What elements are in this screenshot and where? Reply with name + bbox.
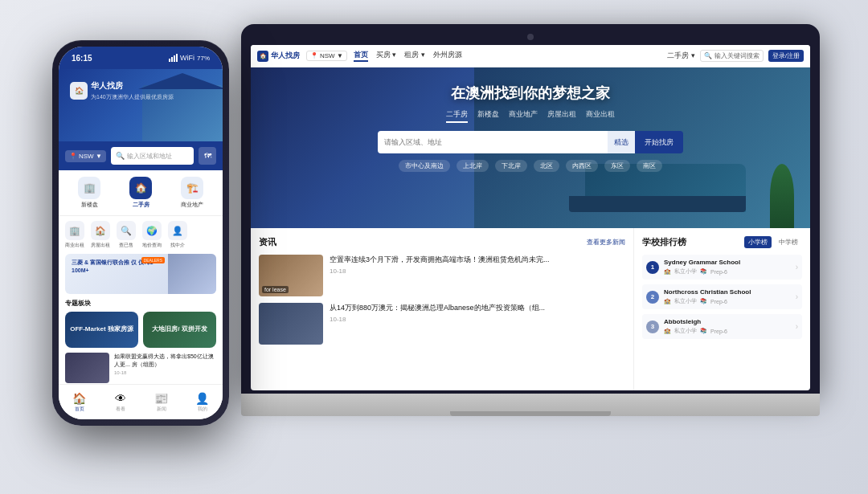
phone-special-0[interactable]: OFF-Market 独家房源	[65, 312, 138, 348]
quick-link-6[interactable]: 南区	[637, 160, 662, 172]
school-tab-1[interactable]: 中学榜	[775, 236, 802, 248]
school-name-1: Northcross Christian School	[664, 288, 791, 296]
hero-tab-3[interactable]: 房屋出租	[547, 109, 576, 123]
phone-cat-commercial[interactable]: 🏗️ 商业地产	[168, 177, 216, 209]
phone-cat-new[interactable]: 🏢 新楼盘	[65, 177, 113, 209]
phone-nav-news[interactable]: 📰 新闻	[141, 392, 182, 413]
hero-tab-1[interactable]: 新楼盘	[477, 109, 499, 123]
nav-location[interactable]: 📍 NSW ▼	[306, 51, 347, 61]
news-title-0: 空置率连续3个月下滑，开发商拥抱高端市场！澳洲租赁危机尚未完...	[330, 255, 625, 265]
phone-device: 16:15 WiFi 77% 🏠	[52, 40, 229, 426]
phone-subcat-2-label: 查已售	[119, 242, 133, 249]
phone-news-item-0[interactable]: 如果联盟党赢得大选，将拿出$50亿让澳人更... 房（组图） 10-18	[65, 353, 216, 383]
school-type-icon: 🏫	[664, 267, 671, 276]
hero-tab-0[interactable]: 二手房	[446, 109, 468, 123]
phone-specials-grid: OFF-Market 独家房源 大地旧房/ 双拼开发	[65, 312, 216, 348]
school-tab-0[interactable]: 小学榜	[744, 236, 772, 248]
hero-tab-2[interactable]: 商业地产	[509, 109, 538, 123]
news-more[interactable]: 查看更多新闻	[587, 238, 625, 247]
phone-nav-home[interactable]: 🏠 首页	[59, 392, 100, 413]
phone-subcat-0[interactable]: 🏢 商业出租	[65, 221, 84, 249]
phone-search-bar: 📍 NSW ▼ 🔍 输入区域和地址 🗺	[59, 141, 223, 170]
news-text-0: 空置率连续3个月下滑，开发商拥抱高端市场！澳洲租赁危机尚未完... 10-18	[330, 255, 625, 275]
quick-link-2[interactable]: 下北岸	[495, 160, 527, 172]
phone-hero-banner: 🏠 华人找房 为140万澳洲华人提供最优质房源	[59, 69, 223, 141]
nav-logo-text: 华人找房	[271, 51, 300, 61]
hero-search-btn[interactable]: 开始找房	[635, 131, 683, 153]
school-type1-2: 私立小学	[674, 327, 697, 335]
school-info-1: Northcross Christian School 🏫 私立小学 📚 Pre…	[664, 288, 791, 305]
school-header: 学校排行榜 小学榜 中学榜	[642, 236, 802, 248]
school-item-2[interactable]: 3 Abbotsleigh 🏫 私立小学 📚 Prep-6	[642, 314, 802, 339]
phone-outer: 16:15 WiFi 77% 🏠	[52, 40, 229, 426]
hero-search-input[interactable]	[378, 131, 608, 153]
phone-subcat-3-label: 地价查询	[142, 242, 162, 249]
news-image-1	[259, 303, 323, 345]
quick-link-1[interactable]: 上北岸	[457, 160, 489, 172]
phone-search-input[interactable]: 🔍 输入区域和地址	[111, 147, 194, 165]
quick-link-3[interactable]: 北区	[534, 160, 559, 172]
phone-subcat-1[interactable]: 🏠 房屋出租	[91, 221, 110, 249]
phone-news-title-0: 如果联盟党赢得大选，将拿出$50亿让澳人更... 房（组图）	[114, 353, 216, 369]
nav-link-buy[interactable]: 买房 ▾	[376, 50, 397, 62]
school-title: 学校排行榜	[642, 236, 686, 248]
school-item-0[interactable]: 1 Sydney Grammar School 🏫 私立小学 📚 Prep-6	[642, 255, 802, 280]
school-list: 1 Sydney Grammar School 🏫 私立小学 📚 Prep-6	[642, 255, 802, 339]
hero-plant	[770, 164, 794, 228]
news-img-label: for lease	[262, 286, 289, 293]
phone-map-btn[interactable]: 🗺	[199, 147, 216, 165]
phone-app-icon: 🏠	[70, 82, 88, 100]
laptop-screen-outer: 🏠 华人找房 📍 NSW ▼ 首页 买房 ▾ 租房 ▾ 外州房源 二手房	[241, 24, 820, 394]
phone-nav-browse-icon: 👁	[115, 392, 126, 405]
nav-search-box[interactable]: 🔍 输入关键词搜索	[700, 50, 764, 62]
phone-subcat-4[interactable]: 👤 找中介	[168, 221, 187, 249]
school-type1-0: 私立小学	[674, 267, 697, 276]
phone-nav-browse[interactable]: 👁 看看	[100, 392, 141, 413]
phone-ad-badge: DEALERS	[141, 257, 165, 263]
quick-link-4[interactable]: 内西区	[566, 160, 598, 172]
phone-specials: 专题板块 OFF-Market 独家房源 大地旧房/ 双拼开发	[59, 299, 223, 353]
school-type2-0: Prep-6	[710, 267, 727, 276]
nav-link-rent[interactable]: 租房 ▾	[404, 50, 425, 62]
phone-subcat-0-label: 商业出租	[65, 242, 84, 249]
hero-title: 在澳洲找到你的梦想之家	[251, 67, 810, 103]
school-item-1[interactable]: 2 Northcross Christian School 🏫 私立小学 📚 P…	[642, 284, 802, 309]
phone-cat-used-label: 二手房	[133, 201, 149, 209]
quick-link-5[interactable]: 东区	[604, 160, 630, 172]
search-icon: 🔍	[704, 52, 712, 59]
phone-app-name: 华人找房	[91, 80, 174, 92]
nav-link-overseas[interactable]: 外州房源	[433, 50, 462, 62]
news-section: 资讯 查看更多新闻 for lease 空置率连续3个月下滑，开发商拥抱高端市场…	[251, 228, 633, 390]
school-grade-icon: 📚	[700, 267, 707, 276]
website-content: 🏠 华人找房 📍 NSW ▼ 首页 买房 ▾ 租房 ▾ 外州房源 二手房	[251, 45, 810, 390]
phone-cat-commercial-label: 商业地产	[181, 201, 203, 209]
content-area: 资讯 查看更多新闻 for lease 空置率连续3个月下滑，开发商拥抱高端市场…	[251, 228, 810, 390]
signal-icon	[169, 54, 178, 62]
school-grade-icon-2: 📚	[700, 327, 707, 335]
nav-links: 首页 买房 ▾ 租房 ▾ 外州房源	[354, 50, 661, 62]
phone-nav-profile[interactable]: 👤 我的	[182, 392, 223, 413]
hero-filter-btn[interactable]: 精选	[608, 131, 635, 153]
school-type1-1: 私立小学	[674, 297, 697, 305]
phone-ad-banner[interactable]: 三菱 & 富国银行联合推 仅 仅¥$1-100M+ DEALERS	[65, 254, 216, 294]
hero-tab-4[interactable]: 商业出租	[586, 109, 615, 123]
phone-cat-used[interactable]: 🏠 二手房	[117, 177, 165, 209]
nav-dropdown[interactable]: 二手房 ▾	[667, 51, 695, 61]
phone-location-text: NSW ▼	[79, 153, 102, 160]
news-item-0[interactable]: for lease 空置率连续3个月下滑，开发商拥抱高端市场！澳洲租赁危机尚未完…	[259, 255, 625, 296]
nav-link-home[interactable]: 首页	[354, 50, 368, 62]
nav-login-btn[interactable]: 登录/注册	[768, 50, 804, 62]
school-grade-icon-1: 📚	[700, 297, 707, 305]
phone-subcat-3[interactable]: 🌍 地价查询	[142, 221, 162, 249]
school-type2-2: Prep-6	[710, 327, 727, 335]
school-chevron-1: ›	[796, 292, 798, 301]
school-type2-1: Prep-6	[710, 297, 727, 305]
phone-subcat-2[interactable]: 🔍 查已售	[117, 221, 136, 249]
phone-app-logo: 🏠 华人找房 为140万澳洲华人提供最优质房源	[70, 80, 174, 101]
phone-special-1[interactable]: 大地旧房/ 双拼开发	[143, 312, 216, 348]
phone-location-selector[interactable]: 📍 NSW ▼	[65, 150, 106, 162]
quick-link-0[interactable]: 市中心及南边	[399, 160, 450, 172]
news-item-1[interactable]: 从14万到880万澳元：揭秘澳洲总理Albanese的地产投资策略（组... 1…	[259, 303, 625, 345]
phone-cat-used-icon: 🏠	[129, 177, 152, 199]
phone-news-date-0: 10-18	[114, 370, 216, 375]
